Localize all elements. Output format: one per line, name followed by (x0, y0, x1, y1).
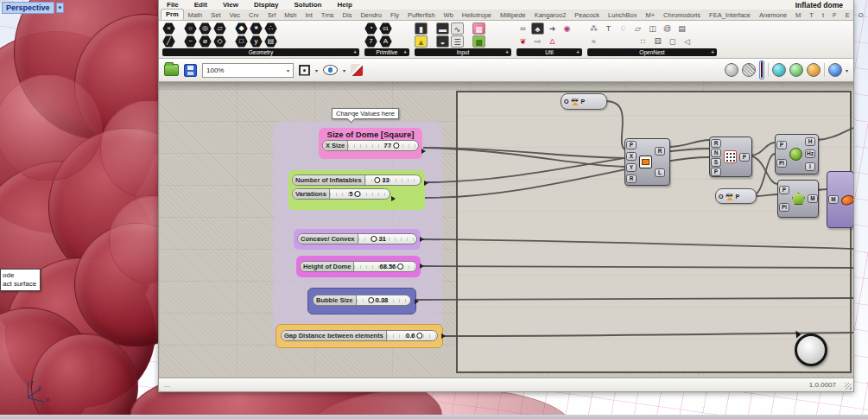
panel-icon[interactable]: ▬ (436, 22, 449, 35)
arrow-right-icon[interactable]: ➜ (546, 22, 559, 35)
geometry-icon[interactable]: ◎ (199, 22, 212, 35)
tab-anemone[interactable]: Anemone (755, 10, 791, 20)
tab-dendro[interactable]: Dendro (356, 10, 386, 20)
opennest-icon[interactable]: ∷ (637, 35, 649, 48)
flask-icon[interactable]: Δ (546, 35, 559, 48)
tab-fly[interactable]: Fly (386, 10, 403, 20)
opennest-icon[interactable]: ⚄ (651, 35, 664, 48)
resize-grip[interactable] (845, 383, 852, 390)
component-delaunay-mesh[interactable]: P Pl M (777, 180, 819, 218)
viewport-title-menu[interactable]: Perspective ▾ (2, 2, 64, 14)
tab-heliotrope[interactable]: Heliotrope (458, 10, 496, 20)
tab-int[interactable]: Int (301, 10, 317, 20)
list-icon[interactable]: ☰ (451, 35, 464, 48)
slider-height-of-dome[interactable]: Height of Dome 68.56 (300, 261, 417, 272)
output-connector[interactable] (420, 237, 424, 242)
component-populate-2d[interactable]: R N S P P (709, 136, 752, 177)
tab-m[interactable]: M (791, 10, 805, 20)
opennest-icon[interactable]: ◻ (666, 35, 679, 48)
tab-t[interactable]: T (805, 10, 818, 20)
open-file-icon[interactable] (164, 64, 179, 76)
gh-canvas[interactable]: Change Values here Size of Dome [Sqaure]… (159, 82, 853, 378)
zoom-extents-icon[interactable] (299, 65, 310, 76)
tab-wb[interactable]: Wb (440, 10, 458, 20)
graph-mapper-icon[interactable]: ∿ (451, 22, 464, 35)
primitive-icon[interactable]: A (379, 35, 392, 48)
tab-lunchbox[interactable]: LunchBox (604, 10, 641, 20)
geometry-icon[interactable]: ▱ (213, 22, 226, 35)
geometry-icon[interactable]: ╱ (162, 35, 175, 48)
geometry-icon[interactable]: ✶ (250, 22, 263, 35)
component-xy-plane[interactable]: O XY P (561, 93, 607, 110)
tab-chromodoris[interactable]: Chromodoris (659, 10, 705, 20)
chevron-down-icon[interactable]: ▾ (846, 67, 848, 73)
slider-grip[interactable] (374, 177, 380, 183)
toolbar-group-label[interactable]: Primitive+ (364, 48, 409, 56)
chevron-down-icon[interactable]: ▾ (315, 67, 318, 73)
slider-variations[interactable]: Variations 5 (292, 188, 390, 200)
toolbar-group-label[interactable]: Input+ (415, 48, 511, 56)
opennest-icon[interactable]: ≈ (587, 35, 600, 48)
tab-e[interactable]: E (841, 10, 854, 20)
cherry-icon[interactable]: ❦ (516, 35, 529, 48)
opennest-icon[interactable]: ◫ (646, 22, 659, 35)
shaded-preview-selected[interactable] (759, 60, 764, 79)
chevron-down-icon[interactable]: ▾ (343, 67, 345, 73)
tab-millipede[interactable]: Millipede (496, 10, 530, 20)
geometry-icon[interactable]: ◇ (213, 35, 226, 48)
slider-icon[interactable]: ▮ (415, 22, 428, 35)
slider-grip[interactable] (354, 191, 360, 197)
opennest-icon[interactable]: ⁂ (587, 22, 600, 35)
sketch-pencil-icon[interactable] (351, 64, 363, 76)
no-preview-icon[interactable] (725, 63, 738, 77)
slider-grip[interactable] (397, 263, 403, 270)
toolbar-group-label[interactable]: Util+ (516, 48, 582, 56)
menu-help[interactable]: Help (329, 1, 359, 9)
geometry-icon[interactable]: ∴ (264, 22, 277, 35)
geometry-icon[interactable]: □ (235, 35, 248, 48)
tab-peacock[interactable]: Peacock (570, 10, 604, 20)
display-orange-icon[interactable] (807, 63, 820, 77)
pixel-icon[interactable]: ▩ (472, 35, 485, 48)
arrow-outline-icon[interactable]: ⇨ (531, 35, 544, 48)
geometry-icon[interactable]: ▤ (264, 35, 277, 48)
opennest-icon[interactable]: ▤ (675, 22, 688, 35)
menu-solution[interactable]: Solution (286, 1, 329, 9)
chevron-down-icon[interactable]: ▾ (287, 67, 289, 73)
viewport-label[interactable]: Perspective (2, 2, 54, 14)
tab-kangaroo2[interactable]: Kangaroo2 (530, 10, 571, 20)
output-connector[interactable] (420, 263, 424, 269)
opennest-icon[interactable]: ▱ (631, 22, 644, 35)
geometry-icon[interactable]: ○ (184, 22, 197, 35)
tab-prm[interactable]: Prm (161, 9, 184, 20)
geometry-icon[interactable]: × (162, 22, 175, 35)
save-file-icon[interactable] (184, 64, 197, 77)
tab-mplus[interactable]: M+ (641, 10, 659, 20)
tab-math[interactable]: Math (184, 10, 207, 20)
toolbar-group-label[interactable]: OpenNest+ (587, 48, 717, 56)
viewport-dropdown-icon[interactable]: ▾ (56, 3, 65, 13)
knob-icon[interactable]: ◒ (436, 35, 449, 48)
display-blue-icon[interactable] (828, 63, 842, 77)
tab-t2[interactable]: t (818, 10, 828, 20)
component-rectangle[interactable]: P X Y R R L (624, 138, 670, 186)
tab-fea-interface[interactable]: FEA_Interface (705, 10, 755, 20)
component-xy-plane[interactable]: O XY P (715, 188, 757, 204)
slider-grip[interactable] (416, 333, 422, 339)
slider-x-size[interactable]: X Size 77 (322, 140, 419, 151)
chart-icon[interactable]: ▲ (415, 35, 428, 48)
menu-file[interactable]: File (159, 1, 187, 9)
slider-grip[interactable] (371, 236, 377, 242)
slider-concave-convex[interactable]: Concave/ Convex 31 (297, 233, 417, 244)
tab-f[interactable]: F (828, 10, 841, 20)
output-connector[interactable] (424, 181, 428, 186)
primitive-icon[interactable]: 01 (379, 22, 392, 35)
tab-vec[interactable]: Vec (225, 10, 245, 20)
output-connector[interactable] (421, 149, 426, 154)
slider-grip[interactable] (393, 143, 399, 149)
tree-icon[interactable]: ♣ (531, 22, 544, 35)
display-green-icon[interactable] (789, 63, 803, 77)
tab-dis[interactable]: Dis (339, 10, 357, 20)
glasses-icon[interactable]: ∞ (516, 22, 529, 35)
preview-eye-icon[interactable] (323, 65, 338, 75)
